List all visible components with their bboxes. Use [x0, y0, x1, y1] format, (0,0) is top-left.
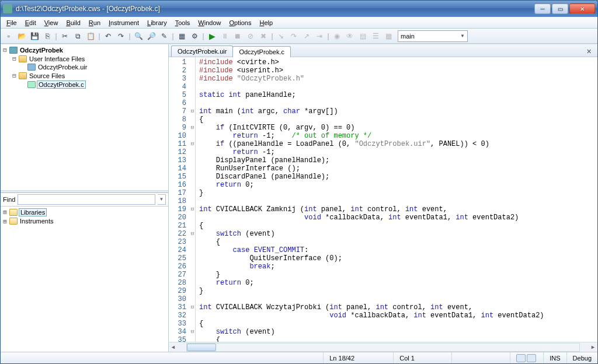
build-icon[interactable]: ▦ — [176, 30, 187, 42]
menu-help[interactable]: Help — [256, 18, 276, 27]
titlebar[interactable]: d:\Test2\OdczytProbek.cws - [OdczytProbe… — [1, 1, 597, 17]
copy-icon[interactable]: ⧉ — [72, 30, 84, 42]
new-icon[interactable]: ▫ — [3, 30, 15, 42]
status-mode[interactable]: Debug — [566, 352, 597, 363]
menu-view[interactable]: View — [41, 18, 62, 27]
terminate-icon[interactable]: ✖ — [258, 30, 269, 42]
memory-icon[interactable]: ▦ — [383, 30, 394, 42]
breakpoint-icon[interactable]: ◉ — [331, 30, 343, 42]
horizontal-scrollbar[interactable]: ◄ ► — [169, 342, 597, 352]
status-col: Col 1 — [393, 352, 451, 363]
minimize-button[interactable]: ─ — [534, 4, 551, 14]
redo-icon[interactable]: ↷ — [115, 30, 127, 42]
menu-build[interactable]: Build — [62, 18, 84, 27]
editor-tabs: OdczytProbek.uir OdczytProbek.c ✕ — [169, 44, 597, 57]
tab-uir[interactable]: OdczytProbek.uir — [171, 46, 233, 57]
separator: | — [54, 30, 58, 42]
scroll-track[interactable] — [186, 343, 580, 352]
status-icons[interactable] — [510, 352, 543, 363]
left-panel: ⊟OdczytProbek ⊟User Interface Files Odcz… — [1, 44, 169, 352]
status-line: Ln 18/42 — [323, 352, 393, 363]
tab-c[interactable]: OdczytProbek.c — [232, 46, 291, 57]
tree-libraries[interactable]: ⊞Libraries — [2, 208, 167, 217]
menu-run[interactable]: Run — [85, 18, 104, 27]
paste-icon[interactable]: 📋 — [85, 30, 96, 42]
menu-options[interactable]: Options — [226, 18, 255, 27]
tree-instruments[interactable]: ⊞Instruments — [2, 217, 167, 226]
stop-icon[interactable]: ⏹ — [232, 30, 244, 42]
tab-close-icon[interactable]: ✕ — [583, 47, 595, 57]
separator: | — [128, 30, 131, 42]
find-label: Find — [3, 196, 15, 203]
cut-icon[interactable]: ✂ — [59, 30, 71, 42]
menu-bar: File Edit View Build Run Instrument Libr… — [1, 17, 597, 29]
bookmark-icon[interactable]: ✎ — [158, 30, 170, 42]
find-row: Find ▼ — [1, 192, 168, 206]
app-window: d:\Test2\OdczytProbek.cws - [OdczytProbe… — [0, 0, 598, 364]
close-button[interactable]: ✕ — [569, 4, 595, 14]
separator: | — [201, 30, 205, 42]
menu-edit[interactable]: Edit — [22, 18, 40, 27]
tree-src-folder[interactable]: ⊟Source Files — [2, 71, 167, 80]
stack-icon[interactable]: ☰ — [370, 30, 381, 42]
tree-root[interactable]: ⊟OdczytProbek — [2, 46, 167, 54]
status-bar: Ln 18/42 Col 1 INS Debug — [1, 352, 597, 363]
library-tree[interactable]: ⊞Libraries ⊞Instruments — [1, 206, 168, 352]
separator: | — [326, 30, 330, 42]
separator: | — [98, 30, 101, 42]
menu-instrument[interactable]: Instrument — [105, 18, 142, 27]
stepover-icon[interactable]: ↷ — [288, 30, 300, 42]
saveall-icon[interactable]: ⎘ — [41, 30, 53, 42]
maximize-button[interactable]: ▭ — [552, 4, 568, 14]
findnext-icon[interactable]: 🔎 — [145, 30, 157, 42]
menu-library[interactable]: Library — [144, 18, 171, 27]
app-icon — [3, 4, 12, 13]
fold-column[interactable]: ⊟⊟⊟⊟⊟⊟⊟ — [190, 57, 196, 342]
runtocursor-icon[interactable]: ⇥ — [314, 30, 325, 42]
scroll-thumb[interactable] — [187, 344, 216, 351]
function-combo[interactable]: main ▼ — [398, 30, 468, 42]
project-tree[interactable]: ⊟OdczytProbek ⊟User Interface Files Odcz… — [1, 44, 168, 190]
code-area[interactable]: #include <cvirte.h>#include <userint.h>#… — [196, 57, 597, 342]
line-gutter: 1234567891011121314151617181920212223242… — [169, 57, 190, 342]
scroll-right-icon[interactable]: ► — [589, 344, 597, 350]
find-input[interactable] — [18, 194, 155, 205]
open-icon[interactable]: 📂 — [16, 30, 27, 42]
compile-icon[interactable]: ⚙ — [189, 30, 200, 42]
function-combo-value: main — [401, 33, 415, 40]
menu-tools[interactable]: Tools — [172, 18, 194, 27]
pause-icon[interactable]: ⏸ — [219, 30, 231, 42]
tree-c-file[interactable]: OdczytProbek.c — [2, 80, 167, 89]
editor-panel: OdczytProbek.uir OdczytProbek.c ✕ 123456… — [169, 44, 597, 352]
code-editor[interactable]: 1234567891011121314151617181920212223242… — [169, 57, 597, 342]
save-icon[interactable]: 💾 — [29, 30, 40, 42]
undo-icon[interactable]: ↶ — [102, 30, 114, 42]
status-ins[interactable]: INS — [543, 352, 566, 363]
stepinto-icon[interactable]: ↘ — [275, 30, 287, 42]
menu-file[interactable]: File — [3, 18, 20, 27]
find-dropdown-icon[interactable]: ▼ — [158, 194, 166, 205]
stepout-icon[interactable]: ↗ — [301, 30, 312, 42]
watch-icon[interactable]: 👁 — [344, 30, 356, 42]
separator: | — [171, 30, 175, 42]
window-title: d:\Test2\OdczytProbek.cws - [OdczytProbe… — [16, 5, 534, 13]
run-icon[interactable]: ▶ — [206, 30, 218, 42]
menu-window[interactable]: Window — [194, 18, 224, 27]
variables-icon[interactable]: ▤ — [357, 30, 368, 42]
separator: | — [270, 30, 274, 42]
find-icon[interactable]: 🔍 — [133, 30, 144, 42]
abort-icon[interactable]: ⊘ — [245, 30, 256, 42]
tree-uif-folder[interactable]: ⊟User Interface Files — [2, 54, 167, 63]
toolbar: ▫ 📂 💾 ⎘ | ✂ ⧉ 📋 | ↶ ↷ | 🔍 🔎 ✎ | ▦ ⚙ | ▶ … — [1, 29, 597, 44]
chevron-down-icon: ▼ — [460, 33, 465, 38]
tree-uir-file[interactable]: OdczytProbek.uir — [2, 63, 167, 71]
scroll-left-icon[interactable]: ◄ — [169, 344, 178, 350]
